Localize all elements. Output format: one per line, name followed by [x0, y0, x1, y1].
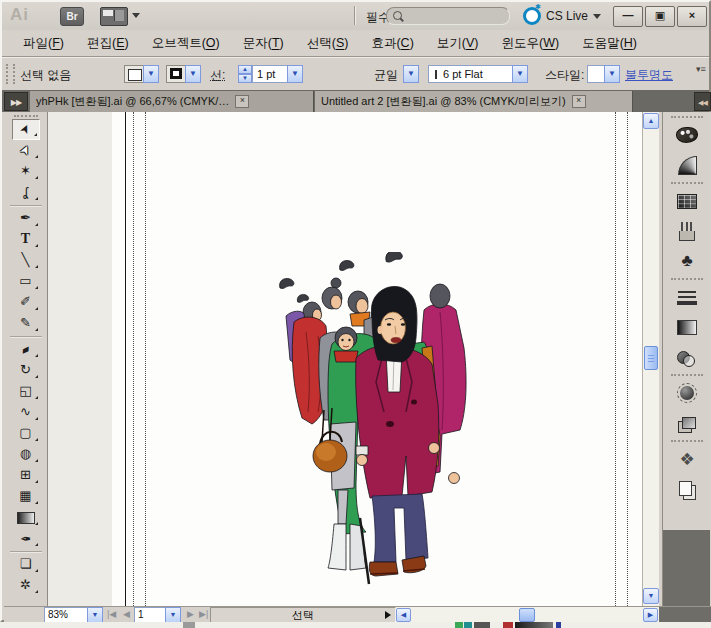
swatches-panel-icon[interactable] [674, 188, 700, 214]
menu-item-t[interactable]: 문자(T) [234, 32, 293, 55]
next-artboard-button[interactable]: ▶ [187, 609, 194, 619]
stroke-panel-link[interactable]: 선: [210, 67, 225, 84]
stroke-color-swatch[interactable] [166, 65, 186, 83]
magic-wand-tool[interactable]: ✶ [12, 161, 40, 182]
scroll-left-icon[interactable]: ◀ [396, 608, 411, 622]
style-field[interactable] [587, 65, 605, 83]
stepper-up-icon[interactable]: ▲ [238, 65, 252, 74]
gradient-tool[interactable] [12, 507, 40, 528]
menu-item-v[interactable]: 보기(V) [428, 32, 488, 55]
menu-item-o[interactable]: 오브젝트(O) [143, 32, 229, 55]
vertical-scrollbar[interactable]: ▲ ▼ [642, 112, 659, 606]
color-panel-icon[interactable] [674, 122, 700, 148]
first-artboard-button[interactable]: |◀ [107, 609, 116, 619]
color-guide-panel-icon[interactable] [674, 152, 700, 178]
menu-item-s[interactable]: 선택(S) [298, 32, 358, 55]
menu-item-e[interactable]: 편집(E) [78, 32, 138, 55]
direct-selection-tool[interactable]: ➤ [12, 140, 40, 161]
document-tab-2[interactable]: Untitled art 2 [변환됨].ai @ 83% (CMYK/미리보기… [315, 91, 633, 112]
close-button[interactable]: × [677, 6, 707, 27]
last-artboard-button[interactable]: ▶| [199, 609, 208, 619]
dock-grip[interactable] [671, 116, 703, 118]
dock-grip[interactable] [671, 440, 703, 442]
status-flyout-icon[interactable] [385, 611, 391, 619]
tab-1-close-icon[interactable]: × [235, 95, 249, 108]
brushes-panel-icon[interactable] [674, 218, 700, 244]
stroke-color-dropdown[interactable]: ▼ [185, 65, 201, 83]
symbols-panel-icon[interactable] [674, 248, 700, 274]
document-tab-1[interactable]: yhPHk [변환됨].ai @ 66,67% (CMYK/… × [30, 91, 314, 112]
symbol-sprayer-tool[interactable]: ✲ [12, 575, 40, 596]
scroll-right-icon[interactable]: ▶ [643, 608, 658, 622]
menu-item-c[interactable]: 효과(C) [362, 32, 422, 55]
eraser-tool[interactable]: ▰ [12, 339, 40, 360]
vertical-scroll-thumb[interactable] [644, 346, 658, 370]
menu-item-f[interactable]: 파일(F) [14, 32, 73, 55]
stroke-panel-icon[interactable] [674, 284, 700, 310]
eyedropper-tool[interactable]: ✒ [12, 528, 40, 549]
layers-panel-icon[interactable] [674, 446, 700, 472]
tab-2-close-icon[interactable]: × [572, 95, 586, 108]
menu-item-w[interactable]: 윈도우(W) [492, 32, 568, 55]
appearance-panel-icon[interactable] [674, 380, 700, 406]
bridge-button[interactable]: Br [60, 7, 84, 26]
stroke-weight-field[interactable]: 1 pt [252, 65, 288, 83]
search-input[interactable] [405, 8, 507, 24]
opacity-link[interactable]: 불투명도 [625, 67, 673, 84]
restore-button[interactable]: ▣ [645, 6, 675, 27]
selection-tool[interactable]: ➤ [12, 119, 40, 140]
control-panel-menu-icon[interactable]: ▾≡ [696, 66, 710, 80]
arrange-documents-icon[interactable] [100, 7, 128, 26]
control-bar-grip[interactable] [6, 64, 15, 84]
pencil-tool[interactable]: ✎ [12, 313, 40, 334]
type-tool[interactable]: T [12, 229, 40, 250]
zoom-level-dropdown[interactable]: ▼ [87, 607, 103, 623]
gradient-panel-icon[interactable] [674, 314, 700, 340]
lasso-tool[interactable]: ʆ [12, 182, 40, 203]
rotate-tool[interactable]: ↻ [12, 360, 40, 381]
previous-artboard-button[interactable]: ◀ [123, 609, 130, 619]
minimize-button[interactable]: — [613, 6, 643, 27]
dock-grip[interactable] [671, 374, 703, 376]
width-tool[interactable]: ∿ [12, 402, 40, 423]
artboards-panel-icon[interactable] [674, 476, 700, 502]
brush-definition-dropdown[interactable]: ▼ [512, 65, 528, 83]
scale-tool[interactable]: ◱ [12, 381, 40, 402]
free-transform-tool[interactable]: ▢ [12, 423, 40, 444]
fill-color-dropdown[interactable]: ▼ [143, 65, 159, 83]
blend-tool[interactable]: ❏ [12, 554, 40, 575]
dock-collapse-button[interactable]: ◀◀ [694, 92, 711, 111]
scroll-up-icon[interactable]: ▲ [643, 113, 659, 129]
mesh-tool[interactable]: ▦ [12, 486, 40, 507]
zoom-level-field[interactable]: 83% [44, 607, 88, 623]
fill-color-swatch[interactable] [124, 65, 144, 83]
paintbrush-tool[interactable]: ✐ [12, 292, 40, 313]
style-dropdown[interactable]: ▼ [604, 65, 620, 83]
pen-tool[interactable]: ✒ [12, 208, 40, 229]
arrange-documents-caret-icon[interactable] [132, 13, 140, 18]
brush-definition-field[interactable]: 6 pt Flat [428, 65, 513, 83]
canvas[interactable] [48, 112, 642, 606]
stepper-down-icon[interactable]: ▼ [238, 74, 252, 83]
dock-grip[interactable] [671, 182, 703, 184]
menu-item-h[interactable]: 도움말(H) [573, 32, 646, 55]
shape-builder-tool[interactable]: ◍ [12, 444, 40, 465]
tab-scroll-left-button[interactable]: ▶▶ [4, 92, 28, 111]
graphic-styles-panel-icon[interactable] [674, 410, 700, 436]
stroke-weight-dropdown[interactable]: ▼ [287, 65, 303, 83]
width-profile-dropdown[interactable]: ▼ [403, 65, 419, 83]
tools-panel-grip[interactable] [14, 115, 38, 117]
rectangle-tool[interactable]: ▭ [12, 271, 40, 292]
cs-live-menu[interactable]: CS Live [523, 6, 601, 26]
artboard-number-field[interactable]: 1 [134, 607, 166, 623]
line-segment-tool[interactable]: ╲ [12, 250, 40, 271]
search-box[interactable] [386, 7, 510, 25]
horizontal-scroll-thumb[interactable] [519, 608, 535, 622]
width-profile-label[interactable]: 균일 [374, 67, 398, 84]
artboard-number-dropdown[interactable]: ▼ [165, 607, 181, 623]
transparency-panel-icon[interactable] [674, 344, 700, 370]
stroke-weight-stepper[interactable]: ▲ ▼ [238, 65, 252, 83]
dock-grip[interactable] [671, 278, 703, 280]
scroll-down-icon[interactable]: ▼ [643, 588, 659, 604]
horizontal-scrollbar[interactable]: ◀ ▶ [396, 607, 659, 623]
